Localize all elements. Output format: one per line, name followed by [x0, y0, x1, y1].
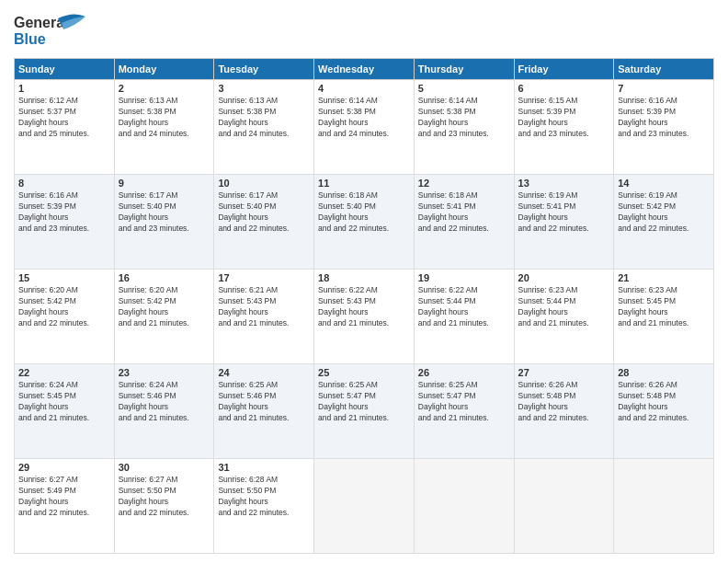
daylight-info: Daylight hours: [218, 213, 267, 222]
sunrise-info: Sunrise: 6:14 AM: [318, 96, 378, 105]
daylight-duration: and and 21 minutes.: [518, 318, 589, 327]
day-number: 20: [518, 272, 610, 283]
daylight-info: Daylight hours: [618, 307, 667, 316]
sunrise-info: Sunrise: 6:17 AM: [218, 190, 278, 200]
sunset-info: Sunset: 5:38 PM: [218, 107, 276, 116]
sunset-info: Sunset: 5:45 PM: [18, 391, 76, 400]
day-info: Sunrise: 6:18 AM Sunset: 5:41 PM Dayligh…: [418, 190, 510, 235]
calendar-cell: 18 Sunrise: 6:22 AM Sunset: 5:43 PM Dayl…: [314, 270, 415, 364]
day-number: 18: [318, 272, 410, 283]
sunrise-info: Sunrise: 6:25 AM: [218, 380, 278, 389]
daylight-duration: and and 21 minutes.: [218, 318, 289, 327]
calendar-cell: 14 Sunrise: 6:19 AM Sunset: 5:42 PM Dayl…: [614, 175, 714, 270]
day-info: Sunrise: 6:16 AM Sunset: 5:39 PM Dayligh…: [618, 96, 710, 140]
daylight-duration: and and 23 minutes.: [119, 224, 189, 233]
calendar-cell: 2 Sunrise: 6:13 AM Sunset: 5:38 PM Dayli…: [114, 80, 214, 175]
day-info: Sunrise: 6:17 AM Sunset: 5:40 PM Dayligh…: [218, 190, 310, 235]
sunrise-info: Sunrise: 6:25 AM: [318, 380, 378, 389]
calendar-cell: 28 Sunrise: 6:26 AM Sunset: 5:48 PM Dayl…: [614, 364, 714, 459]
calendar-cell: 5 Sunrise: 6:14 AM Sunset: 5:38 PM Dayli…: [414, 80, 514, 175]
calendar-cell: 23 Sunrise: 6:24 AM Sunset: 5:46 PM Dayl…: [114, 364, 214, 459]
day-number: 2: [119, 83, 210, 94]
daylight-duration: and and 23 minutes.: [418, 129, 489, 138]
sunset-info: Sunset: 5:43 PM: [218, 296, 276, 305]
calendar-cell: 13 Sunrise: 6:19 AM Sunset: 5:41 PM Dayl…: [514, 175, 614, 270]
calendar-cell: 11 Sunrise: 6:18 AM Sunset: 5:40 PM Dayl…: [314, 175, 415, 270]
weekday-header-saturday: Saturday: [614, 59, 714, 80]
day-info: Sunrise: 6:28 AM Sunset: 5:50 PM Dayligh…: [218, 475, 310, 519]
sunrise-info: Sunrise: 6:19 AM: [618, 190, 677, 200]
daylight-duration: and and 21 minutes.: [618, 318, 688, 327]
header: General Blue: [14, 9, 714, 51]
day-number: 21: [618, 272, 710, 283]
daylight-duration: and and 21 minutes.: [318, 318, 389, 327]
day-info: Sunrise: 6:12 AM Sunset: 5:37 PM Dayligh…: [18, 96, 110, 140]
calendar-cell: 17 Sunrise: 6:21 AM Sunset: 5:43 PM Dayl…: [214, 270, 314, 364]
weekday-header-friday: Friday: [514, 59, 614, 80]
sunset-info: Sunset: 5:45 PM: [618, 296, 676, 305]
day-number: 1: [18, 83, 110, 94]
day-info: Sunrise: 6:23 AM Sunset: 5:45 PM Dayligh…: [618, 285, 710, 329]
sunrise-info: Sunrise: 6:16 AM: [618, 96, 677, 105]
day-info: Sunrise: 6:27 AM Sunset: 5:50 PM Dayligh…: [119, 475, 210, 519]
day-info: Sunrise: 6:14 AM Sunset: 5:38 PM Dayligh…: [318, 96, 410, 140]
sunrise-info: Sunrise: 6:23 AM: [618, 285, 677, 294]
calendar-cell: [614, 459, 714, 554]
daylight-duration: and and 21 minutes.: [119, 318, 189, 327]
calendar-cell: 7 Sunrise: 6:16 AM Sunset: 5:39 PM Dayli…: [614, 80, 714, 175]
sunset-info: Sunset: 5:50 PM: [218, 486, 276, 495]
day-info: Sunrise: 6:23 AM Sunset: 5:44 PM Dayligh…: [518, 285, 610, 329]
weekday-header-thursday: Thursday: [414, 59, 514, 80]
calendar-cell: [514, 459, 614, 554]
daylight-duration: and and 21 minutes.: [18, 413, 89, 422]
sunrise-info: Sunrise: 6:22 AM: [418, 285, 478, 294]
day-number: 13: [518, 178, 610, 189]
weekday-header-sunday: Sunday: [15, 59, 115, 80]
sunset-info: Sunset: 5:48 PM: [618, 391, 676, 400]
sunset-info: Sunset: 5:37 PM: [18, 107, 76, 116]
calendar-cell: 12 Sunrise: 6:18 AM Sunset: 5:41 PM Dayl…: [414, 175, 514, 270]
logo-icon: General Blue: [14, 9, 87, 51]
daylight-duration: and and 21 minutes.: [119, 413, 189, 422]
week-row-4: 22 Sunrise: 6:24 AM Sunset: 5:45 PM Dayl…: [15, 364, 714, 459]
sunset-info: Sunset: 5:41 PM: [418, 201, 476, 211]
day-info: Sunrise: 6:19 AM Sunset: 5:42 PM Dayligh…: [618, 190, 710, 235]
day-info: Sunrise: 6:22 AM Sunset: 5:44 PM Dayligh…: [418, 285, 510, 329]
daylight-info: Daylight hours: [318, 307, 368, 316]
day-number: 12: [418, 178, 510, 189]
daylight-duration: and and 22 minutes.: [518, 224, 589, 233]
daylight-duration: and and 22 minutes.: [119, 508, 189, 517]
calendar-cell: 25 Sunrise: 6:25 AM Sunset: 5:47 PM Dayl…: [314, 364, 415, 459]
day-info: Sunrise: 6:20 AM Sunset: 5:42 PM Dayligh…: [119, 285, 210, 329]
daylight-duration: and and 22 minutes.: [618, 224, 688, 233]
sunset-info: Sunset: 5:44 PM: [418, 296, 476, 305]
calendar-table: SundayMondayTuesdayWednesdayThursdayFrid…: [14, 58, 714, 554]
day-info: Sunrise: 6:26 AM Sunset: 5:48 PM Dayligh…: [618, 380, 710, 424]
daylight-info: Daylight hours: [18, 118, 68, 127]
calendar-cell: 15 Sunrise: 6:20 AM Sunset: 5:42 PM Dayl…: [15, 270, 115, 364]
day-info: Sunrise: 6:24 AM Sunset: 5:45 PM Dayligh…: [18, 380, 110, 424]
day-number: 19: [418, 272, 510, 283]
daylight-info: Daylight hours: [318, 402, 368, 411]
day-number: 17: [218, 272, 310, 283]
daylight-duration: and and 24 minutes.: [318, 129, 389, 138]
daylight-duration: and and 22 minutes.: [218, 508, 289, 517]
calendar-cell: 16 Sunrise: 6:20 AM Sunset: 5:42 PM Dayl…: [114, 270, 214, 364]
day-number: 26: [418, 367, 510, 378]
daylight-duration: and and 24 minutes.: [218, 129, 289, 138]
sunrise-info: Sunrise: 6:24 AM: [119, 380, 178, 389]
sunset-info: Sunset: 5:39 PM: [618, 107, 676, 116]
day-info: Sunrise: 6:20 AM Sunset: 5:42 PM Dayligh…: [18, 285, 110, 329]
daylight-info: Daylight hours: [518, 402, 568, 411]
sunrise-info: Sunrise: 6:28 AM: [218, 475, 278, 484]
sunset-info: Sunset: 5:40 PM: [318, 201, 376, 211]
day-number: 29: [18, 462, 110, 473]
week-row-1: 1 Sunrise: 6:12 AM Sunset: 5:37 PM Dayli…: [15, 80, 714, 175]
sunrise-info: Sunrise: 6:22 AM: [318, 285, 378, 294]
daylight-info: Daylight hours: [119, 402, 168, 411]
daylight-duration: and and 23 minutes.: [518, 129, 589, 138]
calendar-cell: 21 Sunrise: 6:23 AM Sunset: 5:45 PM Dayl…: [614, 270, 714, 364]
day-number: 23: [119, 367, 210, 378]
sunrise-info: Sunrise: 6:20 AM: [119, 285, 178, 294]
sunset-info: Sunset: 5:38 PM: [119, 107, 176, 116]
